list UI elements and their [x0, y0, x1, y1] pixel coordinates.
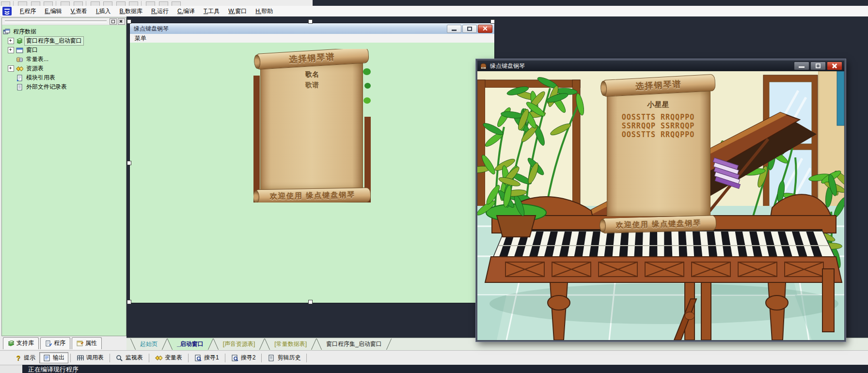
close-button[interactable] — [478, 25, 492, 33]
form-designer-window: 缘点键盘钢琴 菜单 选 — [130, 23, 494, 303]
tree-item-constants[interactable]: 常量表... — [8, 55, 125, 64]
resize-handle-bottom-center[interactable] — [308, 300, 313, 304]
scroll-banner-text: 选择钢琴谱 — [289, 51, 335, 65]
menu-compile[interactable]: C.编译 — [173, 6, 199, 16]
resize-handle-top-right[interactable] — [490, 19, 495, 24]
panel-grip[interactable] — [5, 20, 107, 23]
constants-table-icon — [16, 56, 23, 63]
resize-handle-middle-left[interactable] — [127, 161, 131, 165]
expand-icon[interactable] — [8, 65, 14, 72]
call-table-button[interactable]: 调用表 — [73, 352, 108, 363]
decorative-x-panels — [505, 262, 823, 277]
score-line: OOSSTTS RRQQPPO — [601, 130, 715, 139]
assembly-icon — [16, 38, 23, 45]
scroll-bottom-roll: 欢迎使用 缘点键盘钢琴 — [601, 215, 717, 233]
output-doc-icon — [43, 355, 50, 361]
minimize-button[interactable] — [794, 62, 809, 70]
call-table-icon — [77, 355, 84, 361]
search-doc-icon — [194, 355, 202, 361]
mdi-gap — [313, 0, 868, 6]
menu-window[interactable]: W.窗口 — [224, 6, 251, 16]
tree-item-resources[interactable]: 资源表 — [8, 64, 125, 73]
magnifier-icon — [116, 355, 123, 361]
watch-table-button[interactable]: 监视表 — [112, 352, 147, 363]
menu-insert[interactable]: I.插入 — [92, 6, 115, 16]
panel-close-button[interactable] — [118, 18, 125, 25]
score-line: OOSSTTS RRQQPPO — [601, 113, 715, 122]
menu-tools[interactable]: T.工具 — [199, 6, 224, 16]
run-window-title: 缘点键盘钢琴 — [487, 62, 525, 70]
clipboard-icon — [268, 355, 275, 361]
scroll-bottom-roll: 欢迎使用 缘点键盘钢琴 — [254, 187, 371, 202]
search1-button[interactable]: 搜寻1 — [190, 352, 223, 363]
panel-float-button[interactable] — [110, 18, 117, 25]
song-score-label[interactable]: 歌谱 — [253, 81, 371, 90]
status-bar: 正在编译现行程序 — [0, 365, 868, 373]
design-window-title: 缘点键盘钢琴 — [130, 25, 169, 33]
app-logo-icon — [2, 7, 12, 16]
form-menu-item[interactable]: 菜单 — [130, 34, 146, 43]
tab-properties[interactable]: 属性 — [72, 337, 102, 349]
menu-database[interactable]: B.数据库 — [115, 6, 147, 16]
maximize-button[interactable] — [810, 62, 826, 70]
doc-tab-sound-resources[interactable]: [声音资源表] — [213, 338, 265, 350]
song-name-label[interactable]: 歌名 — [253, 70, 371, 79]
menu-view[interactable]: V.查看 — [66, 6, 92, 16]
tab-label: 支持库 — [16, 339, 34, 347]
running-app-window: 缘点键盘钢琴 — [476, 59, 846, 342]
tree-item-window[interactable]: 窗口 — [8, 46, 125, 55]
tab-support-libs[interactable]: 支持库 — [3, 337, 39, 349]
resize-handle-bottom-left[interactable] — [127, 300, 131, 304]
side-panel-tabs: 支持库 程序 属性 — [1, 336, 126, 349]
close-button[interactable] — [827, 62, 842, 70]
menu-run[interactable]: R.运行 — [147, 6, 173, 16]
menu-edit[interactable]: E.编辑 — [40, 6, 66, 16]
maximize-button[interactable] — [462, 25, 477, 33]
status-grip — [0, 365, 22, 373]
program-data-tree: 程序数据 窗口程序集_启动窗口 窗口 — [2, 25, 126, 93]
external-file-icon — [16, 84, 23, 91]
tree-root[interactable]: 程序数据 — [3, 27, 125, 36]
song-name: 小星星 — [601, 100, 715, 109]
ide-root: F.程序 E.编辑 V.查看 I.插入 B.数据库 R.运行 C.编译 T.工具… — [0, 0, 868, 373]
menu-program[interactable]: F.程序 — [16, 6, 40, 16]
scroll-banner-text: 选择钢琴谱 — [635, 79, 682, 93]
scroll-footer-text: 欢迎使用 缘点键盘钢琴 — [616, 218, 702, 230]
properties-icon — [77, 341, 83, 346]
doc-tab-startpage[interactable]: 起始页 — [130, 338, 167, 350]
layers-icon — [8, 341, 15, 346]
menu-help[interactable]: H.帮助 — [251, 6, 277, 16]
panel-header — [2, 18, 126, 25]
form-client-area[interactable]: 选择钢琴谱 歌名 歌谱 欢迎使用 缘点键盘钢琴 — [130, 43, 494, 303]
status-message: 正在编译现行程序 — [28, 365, 79, 373]
output-button[interactable]: 输出 — [39, 352, 68, 363]
resize-handle-top-center[interactable] — [308, 19, 313, 24]
form-menu-row: 菜单 — [130, 34, 494, 43]
resize-handle-top-left[interactable] — [127, 19, 131, 24]
search2-button[interactable]: 搜寻2 — [227, 352, 260, 363]
tree-item-modules[interactable]: 模块引用表 — [8, 73, 125, 82]
design-scroll: 选择钢琴谱 歌名 歌谱 欢迎使用 缘点键盘钢琴 — [253, 49, 371, 202]
tab-label: 属性 — [85, 339, 97, 347]
run-scroll: 选择钢琴谱 小星星 OOSSTTS RRQQPPO SSRRQQP SSRRQQ… — [601, 75, 715, 228]
tree-item-assembly[interactable]: 窗口程序集_启动窗口 — [8, 36, 125, 46]
doc-tab-window-assembly[interactable]: 窗口程序集_启动窗口 — [316, 338, 392, 350]
program-doc-icon — [45, 341, 52, 346]
minimize-button[interactable] — [447, 25, 461, 33]
clip-history-button[interactable]: 剪辑历史 — [264, 352, 304, 363]
run-window-titlebar[interactable]: 缘点键盘钢琴 — [477, 61, 844, 71]
doc-tab-startup-window[interactable]: _启动窗口 — [167, 338, 213, 350]
expand-icon[interactable] — [8, 47, 14, 53]
scroll-footer-text: 欢迎使用 缘点键盘钢琴 — [270, 190, 355, 201]
tree-item-external-files[interactable]: 外部文件记录表 — [8, 82, 125, 92]
piano-room-scene[interactable]: 选择钢琴谱 小星星 OOSSTTS RRQQPPO SSRRQQP SSRRQQ… — [477, 71, 844, 340]
expand-icon[interactable] — [8, 38, 14, 44]
design-window-titlebar[interactable]: 缘点键盘钢琴 — [130, 23, 494, 34]
menu-bar: F.程序 E.编辑 V.查看 I.插入 B.数据库 R.运行 C.编译 T.工具… — [0, 6, 868, 17]
variable-table-button[interactable]: 变量表 — [151, 352, 186, 363]
scroll-picture-control[interactable]: 选择钢琴谱 歌名 歌谱 欢迎使用 缘点键盘钢琴 — [253, 49, 371, 202]
doc-tab-constant-data[interactable]: [常量数据表] — [265, 338, 316, 350]
debug-toolbar: ? 提示 输出 调用表 监视表 — [0, 350, 868, 365]
hint-button[interactable]: ? 提示 — [12, 352, 39, 363]
tab-program[interactable]: 程序 — [40, 337, 70, 349]
